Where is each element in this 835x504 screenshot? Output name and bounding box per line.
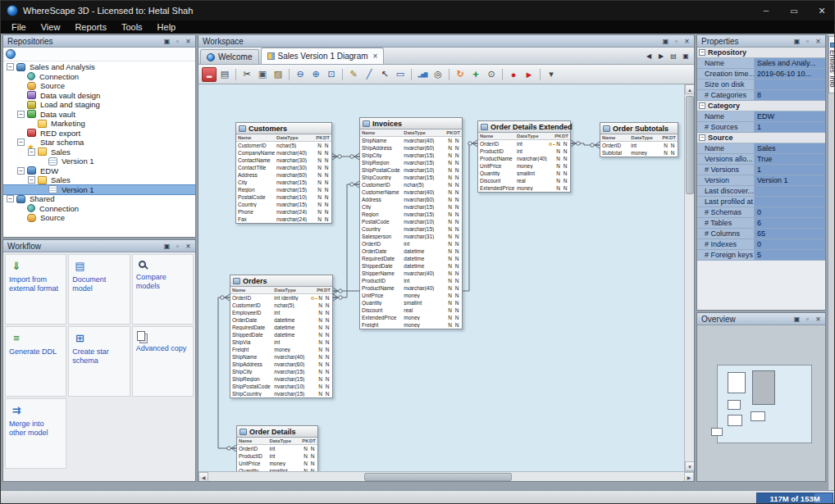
cut-icon[interactable]: [240, 67, 254, 82]
menu-file[interactable]: File: [4, 20, 34, 34]
property-row[interactable]: Size on disk: [697, 79, 825, 90]
table-header[interactable]: Orders: [230, 275, 332, 287]
workflow-advanced-copy[interactable]: Advanced copy: [132, 326, 194, 397]
save-icon[interactable]: [202, 67, 217, 82]
diagram-table-orders[interactable]: OrdersNameDataTypePKDTOrderIDint identit…: [230, 275, 333, 398]
zoom-in-icon[interactable]: [308, 67, 323, 82]
diagram-table-invoices[interactable]: InvoicesNameDataTypePKDTShipNamenvarchar…: [359, 117, 463, 329]
minimap-viewport[interactable]: [717, 365, 812, 443]
collapse-icon[interactable]: [699, 134, 705, 141]
maximize-icon[interactable]: [780, 1, 808, 20]
float-icon[interactable]: [173, 37, 182, 46]
diagram-table-order-details-extended[interactable]: Order Details ExtendedNameDataTypePKDTOr…: [477, 120, 571, 193]
dock-icon[interactable]: [792, 37, 801, 46]
horizontal-scrollbar[interactable]: ◀ ▶: [198, 471, 694, 481]
tree-item-sales[interactable]: Sales: [3, 175, 195, 185]
dock-icon[interactable]: [661, 37, 670, 46]
property-row[interactable]: NameSales: [697, 143, 825, 154]
menu-help[interactable]: Help: [150, 20, 184, 34]
tree-item-connection[interactable]: Connection: [3, 72, 195, 82]
tree-item-shared[interactable]: Shared: [3, 194, 195, 204]
tree-expander-icon[interactable]: [28, 148, 35, 156]
workspace-panel-header[interactable]: Workspace: [198, 35, 694, 48]
zoom-out-icon[interactable]: [293, 67, 308, 82]
property-section-source[interactable]: Source: [697, 133, 825, 143]
dock-icon[interactable]: [162, 242, 171, 251]
diagram-table-order-details[interactable]: Order DetailsNameDataTypePKDTOrderIDintN…: [236, 425, 318, 471]
workflow-merge-into-other-model[interactable]: Merge into other model: [5, 398, 66, 469]
panel-close-icon[interactable]: [814, 37, 823, 46]
scroll-left-icon[interactable]: ◀: [198, 472, 208, 481]
tree-expander-icon[interactable]: [17, 167, 25, 175]
tab-sales-version-1-diagram[interactable]: Sales Version 1 Diagram: [261, 48, 385, 64]
table-header[interactable]: Invoices: [360, 118, 462, 129]
layout-grid-icon[interactable]: [680, 51, 691, 62]
workflow-panel-header[interactable]: Workflow: [3, 240, 195, 252]
menu-reports[interactable]: Reports: [67, 20, 114, 34]
tab-close-icon[interactable]: [373, 52, 378, 61]
panel-close-icon[interactable]: [682, 37, 691, 46]
tree-item-edw[interactable]: EDW: [3, 166, 195, 176]
menu-view[interactable]: View: [34, 20, 68, 34]
repositories-panel-header[interactable]: Repositories: [3, 35, 195, 48]
scroll-down-icon[interactable]: ▼: [685, 461, 694, 471]
tree-expander-icon[interactable]: [7, 195, 14, 202]
tree-expander-icon[interactable]: [7, 63, 14, 70]
workflow-create-star-schema[interactable]: Create star schema: [68, 326, 130, 397]
horizontal-scroll-thumb[interactable]: [364, 473, 512, 481]
chart-icon[interactable]: [415, 67, 430, 82]
panel-close-icon[interactable]: [814, 315, 823, 324]
float-icon[interactable]: [173, 242, 182, 251]
tree-item-load-and-staging[interactable]: Load and staging: [3, 100, 195, 110]
property-section-repository[interactable]: Repository: [697, 48, 825, 58]
vertical-scrollbar[interactable]: ▲ ▼: [684, 84, 694, 471]
scroll-right-icon[interactable]: ▶: [684, 472, 694, 481]
minimize-icon[interactable]: [752, 1, 780, 20]
table-header[interactable]: Order Subtotals: [600, 123, 678, 134]
tree-item-data-vault[interactable]: Data vault: [3, 110, 195, 120]
paste-icon[interactable]: [271, 67, 285, 82]
tree-expander-icon[interactable]: [28, 176, 35, 184]
property-row[interactable]: # Foreign keys5: [697, 250, 825, 261]
layout-list-icon[interactable]: [668, 51, 679, 62]
panel-close-icon[interactable]: [184, 37, 193, 46]
tree-item-version-1[interactable]: Version 1: [3, 157, 195, 166]
pointer-icon[interactable]: [377, 67, 392, 82]
menu-tools[interactable]: Tools: [114, 20, 150, 34]
line-icon[interactable]: [362, 67, 376, 82]
float-icon[interactable]: [803, 37, 812, 46]
memory-indicator[interactable]: 117M of 153M: [756, 493, 833, 504]
tree-item-source[interactable]: Source: [3, 213, 195, 223]
tree-item-connection[interactable]: Connection: [3, 204, 195, 214]
property-row[interactable]: # Schemas0: [697, 207, 825, 218]
workflow-import-from-external-format[interactable]: Import from external format: [5, 254, 66, 325]
nav-left-icon[interactable]: [643, 51, 655, 62]
tree-item-red-export[interactable]: RED export: [3, 129, 195, 138]
workflow-document-model[interactable]: Document model: [68, 254, 130, 325]
entities-info-tab[interactable]: Entities' info: [828, 36, 835, 93]
diagram-table-order-subtotals[interactable]: Order SubtotalsNameDataTypePKDTOrderIDin…: [600, 122, 678, 157]
collapse-icon[interactable]: [699, 102, 705, 109]
nav-right-icon[interactable]: [655, 51, 667, 62]
search-icon[interactable]: [484, 67, 499, 82]
table-header[interactable]: Order Details: [237, 426, 317, 438]
float-icon[interactable]: [672, 37, 681, 46]
properties-panel-header[interactable]: Properties: [697, 35, 825, 48]
frame-icon[interactable]: [393, 67, 408, 82]
tree-item-data-vault-design[interactable]: Data vault design: [3, 91, 195, 101]
tree-item-marketing[interactable]: Marketing: [3, 119, 195, 129]
property-row[interactable]: # Indexes0: [697, 239, 825, 250]
workflow-generate-ddl[interactable]: Generate DDL: [5, 326, 66, 397]
add-icon[interactable]: [468, 67, 483, 82]
tree-item-sales-and-analysis[interactable]: Sales and Analysis: [3, 62, 195, 72]
tree-item-source[interactable]: Source: [3, 81, 195, 91]
collapse-icon[interactable]: [699, 49, 705, 56]
overview-minimap[interactable]: [697, 325, 825, 481]
print-icon[interactable]: [217, 67, 232, 82]
workflow-compare-models[interactable]: Compare models: [132, 254, 194, 325]
tab-welcome[interactable]: Welcome: [200, 49, 259, 64]
lens-icon[interactable]: [431, 67, 445, 82]
vertical-scroll-thumb[interactable]: [686, 96, 694, 194]
property-row[interactable]: # Versions1: [697, 165, 825, 175]
property-row[interactable]: Last discover...: [697, 186, 825, 197]
